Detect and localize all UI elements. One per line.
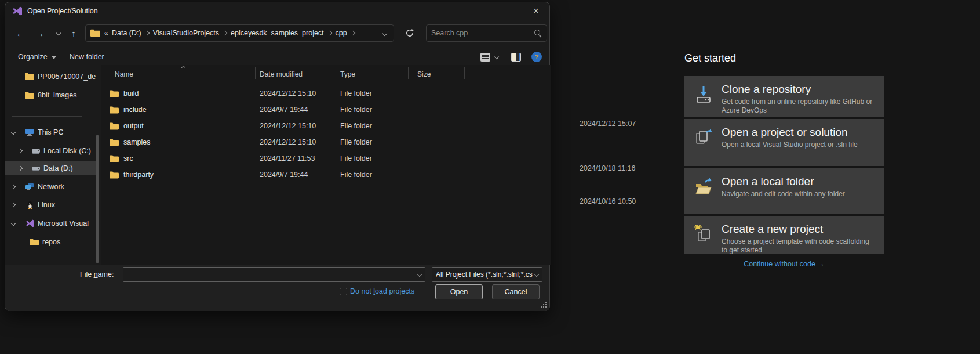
- continue-without-code-link[interactable]: Continue without code →: [684, 260, 884, 268]
- search-input[interactable]: [431, 29, 534, 37]
- file-row-thirdparty[interactable]: thirdparty 2024/9/7 19:44 File folder: [101, 167, 551, 179]
- column-separator[interactable]: [336, 67, 336, 79]
- breadcrumb-separator-icon[interactable]: [351, 31, 355, 35]
- monitor-icon: [25, 128, 34, 136]
- cancel-button[interactable]: Cancel: [492, 284, 540, 299]
- file-row-include[interactable]: include 2024/9/7 19:44 File folder: [101, 102, 551, 118]
- sidebar-item-linux[interactable]: Linux: [5, 198, 99, 212]
- column-header-type[interactable]: Type: [340, 70, 413, 78]
- file-date: 2024/12/12 15:10: [260, 138, 336, 146]
- expand-chevron-icon[interactable]: [11, 130, 16, 135]
- organize-menu[interactable]: Organize: [18, 50, 56, 64]
- change-view-button[interactable]: [480, 50, 490, 64]
- up-button[interactable]: ↑: [65, 25, 82, 41]
- expand-chevron-icon[interactable]: [11, 221, 16, 226]
- folder-icon: [110, 106, 119, 114]
- open-folder-icon: [694, 177, 713, 197]
- sidebar-item-this-pc[interactable]: This PC: [5, 125, 99, 139]
- file-name-label: File name:: [80, 270, 114, 279]
- sidebar-item-repos[interactable]: repos: [5, 235, 99, 249]
- file-type: File folder: [340, 171, 413, 179]
- expand-chevron-icon[interactable]: [18, 166, 23, 171]
- sidebar-scrollbar[interactable]: [96, 135, 99, 263]
- folder-icon: [110, 155, 119, 162]
- resize-grip[interactable]: [541, 302, 547, 308]
- do-not-load-projects-checkbox[interactable]: Do not load projects: [340, 287, 414, 295]
- create-new-project-card[interactable]: Create a new project Choose a project te…: [684, 216, 884, 254]
- file-list-rows: build 2024/12/12 15:10 File folder inclu…: [101, 85, 551, 179]
- clone-repository-card[interactable]: Clone a repository Get code from an onli…: [684, 76, 884, 117]
- open-button-key: O: [450, 288, 456, 296]
- breadcrumb-overflow-icon[interactable]: «: [104, 29, 108, 37]
- column-header-name[interactable]: Name: [110, 70, 255, 78]
- open-project-icon: [694, 128, 713, 147]
- sidebar-item-local-disk-c[interactable]: Local Disk (C:): [5, 144, 99, 158]
- breadcrumb-item-folder[interactable]: epiceyesdk_samples_project: [228, 29, 326, 37]
- new-folder-label: New folder: [70, 53, 104, 61]
- file-type-filter-dropdown[interactable]: All Project Files (*.sln;*.slnf;*.csp: [432, 267, 542, 282]
- column-separator[interactable]: [464, 67, 465, 79]
- breadcrumb-separator-icon[interactable]: [223, 31, 227, 35]
- clone-repository-text: Clone a repository Get code from an onli…: [722, 84, 876, 117]
- open-project-text: Open a project or solution Open a local …: [722, 127, 858, 166]
- help-button[interactable]: ?: [531, 50, 542, 64]
- new-project-icon: [694, 225, 713, 244]
- expand-chevron-icon[interactable]: [18, 149, 23, 153]
- file-name-input[interactable]: [127, 270, 416, 279]
- file-row-samples[interactable]: samples 2024/12/12 15:10 File folder: [101, 134, 551, 150]
- breadcrumb-separator-icon[interactable]: [144, 31, 149, 35]
- breadcrumb-item-current[interactable]: cpp: [333, 29, 349, 37]
- search-icon[interactable]: [534, 29, 542, 37]
- address-bar[interactable]: « Data (D:) VisualStudioProjects epiceye…: [85, 24, 394, 42]
- navigation-toolbar: ← → ↑ « Data (D:) VisualStudioProjects e…: [5, 21, 549, 45]
- close-icon[interactable]: ×: [527, 3, 545, 19]
- sidebar-item-label: PP005710007_de: [38, 73, 96, 81]
- sidebar-item-label: Network: [38, 183, 64, 191]
- open-project-solution-card[interactable]: Open a project or solution Open a local …: [684, 119, 884, 166]
- folder-icon: [110, 90, 119, 97]
- chevron-down-icon[interactable]: [417, 272, 422, 277]
- sidebar-item-pp005710007[interactable]: PP005710007_de: [5, 70, 99, 84]
- column-separator[interactable]: [255, 67, 256, 79]
- disk-drive-icon: [31, 164, 41, 172]
- disk-drive-icon: [31, 147, 41, 155]
- view-options-dropdown[interactable]: [495, 50, 498, 64]
- column-header-date-modified[interactable]: Date modified: [260, 70, 336, 78]
- file-row-src[interactable]: src 2024/11/27 11:53 File folder: [101, 150, 551, 167]
- file-row-build[interactable]: build 2024/12/12 15:10 File folder: [101, 85, 551, 102]
- file-name: src: [123, 154, 133, 162]
- recent-locations-button[interactable]: [50, 25, 67, 41]
- sidebar-item-microsoft-visual-studio[interactable]: Microsoft Visual: [5, 216, 99, 230]
- back-button[interactable]: ←: [12, 25, 28, 41]
- column-separator[interactable]: [408, 67, 409, 79]
- expand-chevron-icon[interactable]: [11, 203, 16, 207]
- breadcrumb-item-drive[interactable]: Data (D:): [110, 29, 144, 37]
- breadcrumb-separator-icon[interactable]: [327, 31, 331, 35]
- file-name-label-key: n: [94, 270, 98, 279]
- open-local-folder-card[interactable]: Open a local folder Navigate and edit co…: [684, 168, 884, 214]
- file-row-output[interactable]: output 2024/12/12 15:10 File folder: [101, 118, 551, 134]
- dialog-body: PP005710007_de 8bit_images This PC: [5, 65, 549, 265]
- sidebar-item-label: Linux: [38, 201, 55, 209]
- refresh-icon: [405, 28, 414, 38]
- sidebar-item-label: 8bit_images: [38, 91, 76, 99]
- preview-pane-button[interactable]: [511, 50, 521, 64]
- refresh-button[interactable]: [401, 25, 418, 41]
- sidebar-item-network[interactable]: Network: [5, 180, 99, 194]
- do-not-load-projects-label: Do not load projects: [350, 287, 414, 295]
- dialog-titlebar[interactable]: Open Project/Solution ×: [5, 2, 549, 20]
- file-type: File folder: [340, 89, 413, 97]
- open-button[interactable]: Open: [435, 284, 483, 299]
- sidebar-item-8bit-images[interactable]: 8bit_images: [5, 88, 99, 102]
- checkbox-icon[interactable]: [340, 288, 347, 295]
- breadcrumb-item-folder[interactable]: VisualStudioProjects: [151, 29, 221, 37]
- column-header-size[interactable]: Size: [417, 70, 551, 78]
- forward-button[interactable]: →: [32, 25, 48, 41]
- sidebar-item-data-d[interactable]: Data (D:): [5, 161, 99, 175]
- address-dropdown-icon[interactable]: [381, 29, 389, 37]
- expand-chevron-icon[interactable]: [11, 185, 16, 189]
- new-folder-button[interactable]: New folder: [70, 50, 104, 64]
- get-started-heading: Get started: [684, 52, 736, 64]
- sidebar-divider: [12, 116, 82, 117]
- file-date: 2024/9/7 19:44: [260, 106, 336, 114]
